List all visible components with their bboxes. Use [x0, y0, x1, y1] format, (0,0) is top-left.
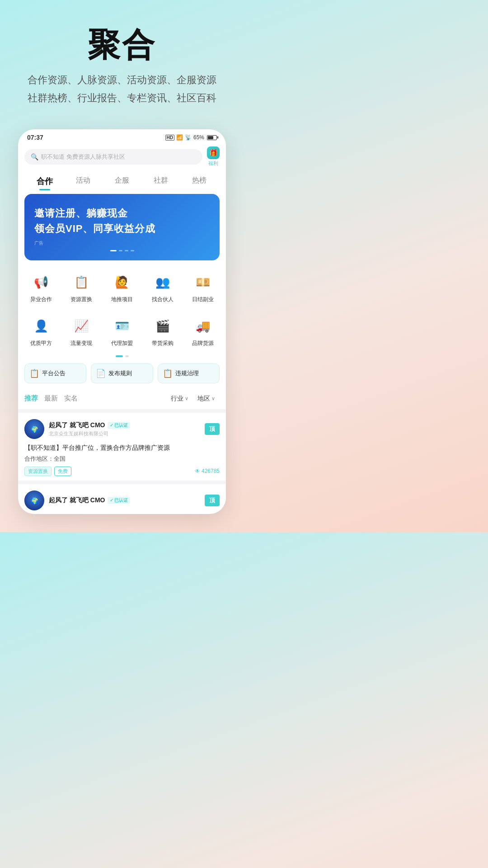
- agency-label: 代理加盟: [111, 340, 133, 347]
- phone-screen: 07:37 HD 📶 📡 65% 🔍 职不知道 免费资源人脉共享社区 🎁 福利: [18, 129, 226, 514]
- post-location-0: 合作地区：全国: [24, 455, 220, 463]
- rules-label: 发布规则: [108, 369, 132, 377]
- brand-icon: 🚚: [192, 315, 214, 337]
- brand-label: 品牌货源: [192, 340, 214, 347]
- yiye-icon: 📢: [30, 271, 52, 293]
- quality-label: 优质甲方: [30, 340, 52, 347]
- quick-link-rules[interactable]: 📄 发布规则: [91, 363, 153, 383]
- tag-resource: 资源置换: [24, 467, 52, 476]
- top-badge-0: 顶: [205, 423, 220, 435]
- hero-section: 聚合 合作资源、人脉资源、活动资源、企服资源 社群热榜、行业报告、专栏资讯、社区…: [0, 0, 244, 120]
- hero-subtitle: 合作资源、人脉资源、活动资源、企服资源 社群热榜、行业报告、专栏资讯、社区百科: [14, 71, 230, 107]
- verified-badge-0: ✓ 已认证: [108, 422, 130, 429]
- avatar-0: 🌍: [24, 419, 44, 439]
- search-placeholder: 职不知道 免费资源人脉共享社区: [41, 153, 125, 161]
- filter-region[interactable]: 地区 ∨: [193, 395, 220, 403]
- search-icon: 🔍: [31, 153, 38, 160]
- icon-item-live[interactable]: 🎬 带货采购: [142, 311, 183, 352]
- filter-row: 推荐 最新 实名 行业 ∨ 地区 ∨: [18, 390, 226, 409]
- icon-item-partner[interactable]: 👥 找合伙人: [142, 267, 183, 308]
- announcement-icon: 📋: [29, 368, 39, 378]
- post-card-1[interactable]: 🌍 起风了 就飞吧 CMO ✓ 已认证 顶: [18, 481, 226, 510]
- top-badge-1: 顶: [205, 495, 220, 506]
- banner-dot-3: [125, 250, 128, 251]
- avatar-1: 🌍: [24, 491, 44, 510]
- filter-industry[interactable]: 行业 ∨: [166, 395, 193, 403]
- avatar-image-1: 🌍: [24, 491, 44, 510]
- quality-icon: 👤: [30, 315, 52, 337]
- ditu-icon: 🙋: [111, 271, 133, 293]
- quick-links: 📋 平台公告 📄 发布规则 📋 违规治理: [18, 361, 226, 390]
- post-header-1: 🌍 起风了 就飞吧 CMO ✓ 已认证 顶: [24, 491, 220, 510]
- signal-icon: 📶: [176, 134, 183, 141]
- promo-banner[interactable]: 邀请注册、躺赚现金 领会员VIP、同享收益分成 广告: [24, 194, 220, 260]
- welfare-icon: 🎁: [207, 146, 220, 159]
- tab-trending[interactable]: 热榜: [180, 173, 219, 189]
- resource-label: 资源置换: [70, 296, 92, 303]
- tab-enterprise[interactable]: 企服: [103, 173, 141, 189]
- grid-dot-active: [116, 355, 123, 357]
- welfare-button[interactable]: 🎁 福利: [207, 146, 220, 167]
- verified-badge-1: ✓ 已认证: [108, 497, 130, 504]
- banner-ad-label: 广告: [34, 240, 210, 246]
- banner-dot-2: [119, 250, 122, 251]
- banner-dot-1: [110, 250, 117, 251]
- banner-text1: 邀请注册、躺赚现金: [34, 207, 210, 220]
- quick-link-announcement[interactable]: 📋 平台公告: [24, 363, 86, 383]
- filter-tab-recommend[interactable]: 推荐: [24, 392, 44, 405]
- battery-icon: [207, 135, 217, 140]
- post-meta-1: 起风了 就飞吧 CMO ✓ 已认证: [49, 496, 200, 505]
- welfare-label: 福利: [208, 160, 218, 167]
- daily-label: 日结副业: [192, 296, 214, 303]
- search-bar[interactable]: 🔍 职不知道 免费资源人脉共享社区: [24, 149, 202, 165]
- status-icons: HD 📶 📡 65%: [165, 134, 217, 141]
- hd-icon: HD: [165, 135, 174, 141]
- quick-link-violations[interactable]: 📋 违规治理: [158, 363, 220, 383]
- violations-label: 违规治理: [175, 369, 199, 377]
- traffic-icon: 📈: [70, 315, 92, 337]
- banner-dot-4: [131, 250, 134, 251]
- post-meta-0: 起风了 就飞吧 CMO ✓ 已认证 北京众生互娱科技有限公司: [49, 421, 200, 437]
- icon-item-traffic[interactable]: 📈 流量变现: [61, 311, 102, 352]
- battery-pct: 65%: [193, 134, 204, 141]
- icon-item-resource[interactable]: 📋 资源置换: [61, 267, 102, 308]
- grid-dot-inactive: [125, 355, 129, 357]
- tab-cooperation[interactable]: 合作: [25, 173, 64, 189]
- post-card-0[interactable]: 🌍 起风了 就飞吧 CMO ✓ 已认证 北京众生互娱科技有限公司 顶 【职不知道…: [18, 409, 226, 480]
- filter-tab-latest[interactable]: 最新: [44, 392, 64, 405]
- icon-grid-row2: 👤 优质甲方 📈 流量变现 🪪 代理加盟 🎬 带货采购 🚚 品牌货源: [18, 310, 226, 354]
- icon-item-quality[interactable]: 👤 优质甲方: [21, 311, 61, 352]
- status-time: 07:37: [27, 134, 43, 141]
- check-icon: ✓: [110, 498, 113, 503]
- post-header-0: 🌍 起风了 就飞吧 CMO ✓ 已认证 北京众生互娱科技有限公司 顶: [24, 419, 220, 439]
- tab-activity[interactable]: 活动: [64, 173, 103, 189]
- filter-tab-realname[interactable]: 实名: [64, 392, 84, 405]
- icon-item-ditu[interactable]: 🙋 地推项目: [102, 267, 142, 308]
- live-icon: 🎬: [152, 315, 174, 337]
- avatar-image-0: 🌍: [24, 419, 44, 439]
- yiye-label: 异业合作: [30, 296, 52, 303]
- icon-item-yiye[interactable]: 📢 异业合作: [21, 267, 61, 308]
- post-username-0: 起风了 就飞吧 CMO ✓ 已认证: [49, 421, 200, 429]
- chevron-down-icon: ∨: [185, 396, 188, 401]
- resource-icon: 📋: [70, 271, 92, 293]
- icon-item-daily[interactable]: 💴 日结副业: [183, 267, 223, 308]
- agency-icon: 🪪: [111, 315, 133, 337]
- icon-item-agency[interactable]: 🪪 代理加盟: [102, 311, 142, 352]
- rules-icon: 📄: [96, 368, 106, 378]
- svg-text:🌍: 🌍: [31, 497, 39, 505]
- eye-icon: 👁: [195, 468, 200, 474]
- banner-text2: 领会员VIP、同享收益分成: [34, 222, 210, 236]
- live-label: 带货采购: [152, 340, 174, 347]
- post-tags-0: 资源置换 免费 👁 426785: [24, 467, 220, 476]
- icon-item-brand[interactable]: 🚚 品牌货源: [183, 311, 223, 352]
- ditu-label: 地推项目: [111, 296, 133, 303]
- tag-free: 免费: [54, 467, 71, 476]
- post-title-0: 【职不知道】平台推广位，置换合作方品牌推广资源: [24, 443, 220, 453]
- banner-dots: [34, 250, 210, 251]
- post-company-0: 北京众生互娱科技有限公司: [49, 430, 200, 437]
- tab-community[interactable]: 社群: [141, 173, 180, 189]
- violations-icon: 📋: [163, 368, 173, 378]
- daily-icon: 💴: [192, 271, 214, 293]
- phone-mockup: 07:37 HD 📶 📡 65% 🔍 职不知道 免费资源人脉共享社区 🎁 福利: [0, 120, 244, 532]
